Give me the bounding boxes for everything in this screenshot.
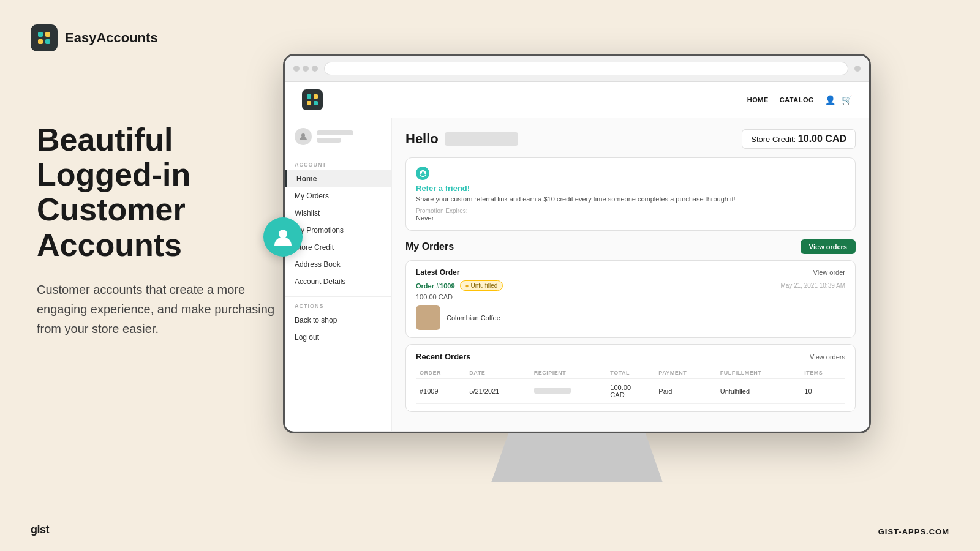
monitor-frame: HOME CATALOG 👤 🛒 [283, 54, 871, 446]
store-nav-links: HOME CATALOG 👤 🛒 [747, 95, 852, 105]
referral-title: Refer a friend! [416, 184, 845, 193]
user-icon[interactable]: 👤 [825, 95, 835, 105]
col-total: TOTAL [606, 367, 655, 379]
sidebar-item-my-orders[interactable]: My Orders [285, 187, 391, 204]
td-date: 5/21/2021 [466, 379, 530, 404]
order-status-badge: ● Unfulfilled [460, 280, 503, 291]
product-thumbnail [416, 305, 440, 330]
marketing-headline: Beautiful Logged-in Customer Accounts [37, 122, 282, 263]
referral-card: Refer a friend! Share your custom referr… [405, 157, 856, 231]
sidebar-divider [285, 296, 391, 297]
browser-action-dot [854, 66, 861, 72]
referral-expires-value: Never [416, 214, 845, 222]
latest-order-label: Latest Order [416, 268, 459, 277]
store-content: HOME CATALOG 👤 🛒 [285, 82, 869, 431]
order-date: May 21, 2021 10:39 AM [780, 282, 845, 289]
sidebar-item-home[interactable]: Home [285, 170, 391, 187]
hello-name-blur [445, 132, 518, 146]
col-fulfillment: FULFILLMENT [717, 367, 801, 379]
cart-icon[interactable]: 🛒 [842, 95, 852, 105]
app-logo: EasyAccounts [31, 24, 158, 51]
td-fulfillment: Unfulfilled [717, 379, 801, 404]
hello-label: Hello [405, 131, 439, 147]
recipient-blur [534, 388, 571, 394]
main-content: Hello Store Credit: 10.00 CAD R [392, 118, 869, 431]
svg-rect-6 [314, 94, 318, 99]
store-credit-label: Store Credit: [751, 135, 796, 144]
latest-order-header: Latest Order View order [416, 268, 845, 277]
store-main: ACCOUNT Home My Orders Wishlist My Promo… [285, 118, 869, 431]
td-order: #1009 [416, 379, 466, 404]
svg-rect-0 [38, 32, 43, 37]
bottom-left-brand: gist [31, 523, 49, 536]
view-orders-button[interactable]: View orders [801, 239, 856, 254]
sidebar-name-lines [317, 130, 353, 143]
sidebar-section-actions: ACTIONS [285, 303, 391, 309]
browser-dot-yellow [303, 66, 309, 72]
td-recipient [530, 379, 607, 404]
store-nav-icons: 👤 🛒 [825, 95, 852, 105]
browser-dots [293, 66, 318, 72]
store-credit-amount: 10.00 CAD [798, 133, 846, 144]
store-credit-badge: Store Credit: 10.00 CAD [742, 129, 856, 149]
order-amount: 100.00 CAD [416, 293, 845, 301]
floating-avatar [263, 217, 303, 257]
app-name: EasyAccounts [65, 30, 158, 46]
sidebar-item-address-book[interactable]: Address Book [285, 256, 391, 273]
monitor-stand [491, 433, 663, 482]
browser-addressbar[interactable] [324, 62, 848, 75]
order-product: Colombian Coffee [416, 305, 845, 330]
sidebar-user [285, 128, 391, 154]
product-name: Colombian Coffee [447, 314, 500, 321]
svg-rect-8 [314, 101, 318, 105]
browser-actions [854, 66, 861, 72]
orders-table: ORDER DATE RECIPIENT TOTAL PAYMENT FULFI… [416, 367, 845, 404]
orders-header: My Orders View orders [405, 239, 856, 254]
sidebar-item-account-details[interactable]: Account Details [285, 273, 391, 290]
monitor-screen: HOME CATALOG 👤 🛒 [283, 54, 871, 433]
orders-title: My Orders [405, 241, 454, 252]
sidebar-item-log-out[interactable]: Log out [285, 329, 391, 346]
sidebar-name-line-1 [317, 130, 353, 135]
browser-chrome [285, 56, 869, 82]
view-recent-orders-link[interactable]: View orders [810, 353, 845, 361]
browser-dot-green [312, 66, 318, 72]
referral-expires-label: Promotion Expires: [416, 208, 845, 214]
browser-dot-red [293, 66, 300, 72]
sidebar-item-back-to-shop[interactable]: Back to shop [285, 312, 391, 329]
hello-text: Hello [405, 131, 518, 147]
recent-orders-card: Recent Orders View orders ORDER DATE REC… [405, 344, 856, 412]
sidebar: ACCOUNT Home My Orders Wishlist My Promo… [285, 118, 392, 431]
td-total: 100.00CAD [606, 379, 655, 404]
hello-row: Hello Store Credit: 10.00 CAD [405, 129, 856, 149]
col-order: ORDER [416, 367, 466, 379]
svg-rect-3 [45, 39, 50, 44]
marketing-description: Customer accounts that create a more eng… [37, 280, 282, 339]
recent-orders-title: Recent Orders [416, 352, 471, 361]
svg-rect-1 [45, 32, 50, 37]
bottom-right-brand: GIST-APPS.COM [878, 527, 949, 536]
nav-link-home[interactable]: HOME [747, 96, 769, 103]
svg-rect-7 [307, 101, 311, 105]
sidebar-item-wishlist[interactable]: Wishlist [285, 204, 391, 222]
col-recipient: RECIPIENT [530, 367, 607, 379]
table-header-row: ORDER DATE RECIPIENT TOTAL PAYMENT FULFI… [416, 367, 845, 379]
view-order-link[interactable]: View order [813, 269, 845, 276]
sidebar-name-line-2 [317, 138, 341, 143]
sidebar-section-account: ACCOUNT [285, 162, 391, 168]
svg-point-4 [279, 230, 287, 238]
store-logo-icon [302, 89, 323, 110]
svg-rect-2 [38, 39, 43, 44]
order-badge-text: Unfulfilled [470, 282, 497, 289]
order-number: Order #1009 [416, 282, 455, 290]
svg-rect-5 [307, 94, 311, 99]
table-row: #1009 5/21/2021 100.00CAD Paid Unfulfill… [416, 379, 845, 404]
order-meta: Order #1009 ● Unfulfilled May 21, 2021 1… [416, 280, 845, 291]
td-payment: Paid [655, 379, 716, 404]
referral-description: Share your custom referral link and earn… [416, 195, 845, 203]
referral-icon [416, 167, 429, 180]
nav-link-catalog[interactable]: CATALOG [780, 96, 814, 103]
recent-orders-header: Recent Orders View orders [416, 352, 845, 361]
col-date: DATE [466, 367, 530, 379]
col-payment: PAYMENT [655, 367, 716, 379]
